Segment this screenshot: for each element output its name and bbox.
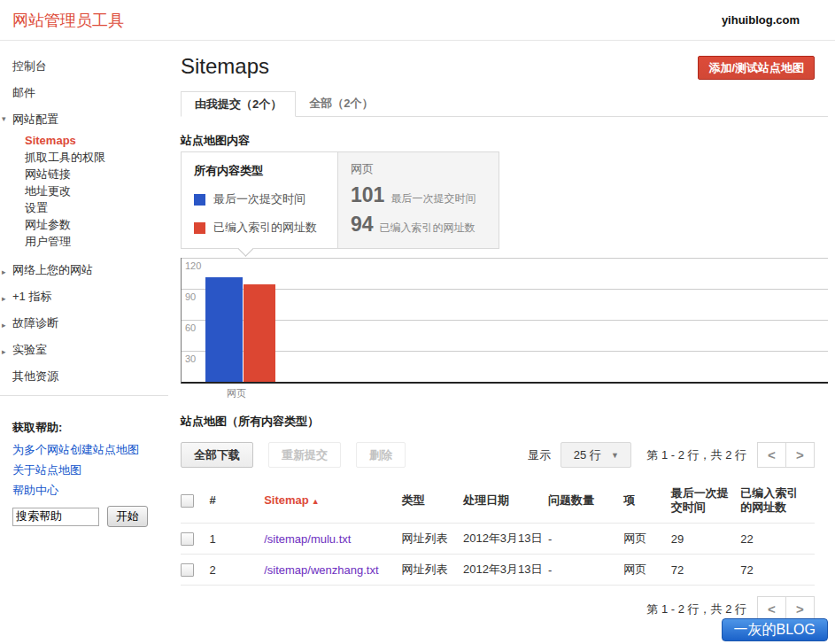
site-domain: yihuiblog.com bbox=[722, 13, 800, 27]
gridline bbox=[182, 289, 828, 290]
table-footer: 第 1 - 2 行，共 2 行 < > bbox=[181, 596, 815, 622]
content-type-panel[interactable]: 所有内容类型 最后一次提交时间 已编入索引的网址数 bbox=[182, 152, 338, 248]
collapsed-arrow-icon: ▸ bbox=[2, 318, 6, 333]
bar-submitted bbox=[205, 277, 243, 382]
sidebar-group-your-site-on-web[interactable]: ▸ 网络上您的网站 bbox=[12, 262, 168, 277]
legend-label: 已编入索引的网址数 bbox=[213, 220, 317, 236]
sidebar-group-label: 故障诊断 bbox=[12, 316, 58, 330]
sitemaps-table-heading: 站点地图（所有内容类型） bbox=[181, 415, 828, 429]
col-header-sitemap-label: Sitemap bbox=[264, 493, 309, 507]
top-header: 网站管理员工具 yihuiblog.com bbox=[0, 0, 835, 41]
tab-all[interactable]: 全部（2个） bbox=[296, 91, 386, 116]
stats-panel-title: 网页 bbox=[351, 161, 499, 177]
col-header-sitemap[interactable]: Sitemap▲ bbox=[264, 478, 401, 524]
row-checkbox[interactable] bbox=[181, 532, 194, 546]
cell-date: 2012年3月13日 bbox=[463, 524, 548, 555]
sidebar-item-change-of-address[interactable]: 地址更改 bbox=[25, 182, 168, 199]
collapsed-arrow-icon: ▸ bbox=[2, 265, 6, 280]
sitemap-content-heading: 站点地图内容 bbox=[181, 134, 828, 148]
sitemap-bar-chart: 120 90 60 30 网页 bbox=[181, 258, 828, 398]
webmaster-tools-page: 网站管理员工具 yihuiblog.com 控制台 邮件 ▾ 网站配置 Site… bbox=[0, 0, 835, 644]
cell-date: 2012年3月13日 bbox=[463, 555, 548, 586]
sort-ascending-icon: ▲ bbox=[312, 497, 320, 506]
help-link-about-sitemaps[interactable]: 关于站点地图 bbox=[12, 464, 168, 477]
col-header-issues: 问题数量 bbox=[548, 478, 623, 524]
gridline bbox=[182, 320, 828, 321]
help-search-go-button[interactable]: 开始 bbox=[107, 506, 148, 527]
sidebar-group-plus-one-metrics[interactable]: ▸ +1 指标 bbox=[12, 289, 168, 304]
sidebar-divider bbox=[0, 395, 168, 396]
x-category-label: 网页 bbox=[227, 387, 246, 400]
blog-watermark-badge: 一灰的BLOG bbox=[722, 618, 828, 641]
sidebar-group-labs[interactable]: ▸ 实验室 bbox=[12, 342, 168, 357]
sidebar-group-label: +1 指标 bbox=[12, 290, 51, 303]
tab-submitted-by-me[interactable]: 由我提交（2个） bbox=[181, 91, 296, 117]
table-header-row: # Sitemap▲ 类型 处理日期 问题数量 项 最后一次提交时间 已编入索引… bbox=[181, 478, 815, 524]
table-row: 2 /sitemap/wenzhang.txt 网址列表 2012年3月13日 … bbox=[181, 555, 815, 586]
content-type-title: 所有内容类型 bbox=[194, 163, 337, 179]
row-number: 2 bbox=[209, 555, 264, 586]
sidebar-item-url-parameters[interactable]: 网址参数 bbox=[25, 216, 168, 233]
app-title: 网站管理员工具 bbox=[12, 10, 124, 31]
gridline bbox=[182, 351, 828, 352]
sitemap-link[interactable]: /sitemap/wenzhang.txt bbox=[264, 563, 378, 577]
sitemaps-table: # Sitemap▲ 类型 处理日期 问题数量 项 最后一次提交时间 已编入索引… bbox=[181, 478, 815, 586]
sidebar-group-site-configuration[interactable]: ▾ 网站配置 bbox=[12, 112, 168, 128]
y-tick-label: 120 bbox=[185, 260, 201, 271]
chart-plot-area: 120 90 60 30 bbox=[181, 258, 828, 384]
col-header-indexed: 已编入索引的网址数 bbox=[740, 478, 815, 524]
cell-submitted: 29 bbox=[671, 524, 740, 555]
y-tick-label: 90 bbox=[185, 291, 196, 302]
col-header-type: 类型 bbox=[402, 478, 463, 524]
next-page-button[interactable]: > bbox=[785, 442, 815, 468]
sidebar-item-dashboard[interactable]: 控制台 bbox=[12, 58, 168, 74]
sidebar-item-crawler-access[interactable]: 抓取工具的权限 bbox=[25, 149, 168, 166]
gridline bbox=[182, 258, 828, 259]
resubmit-button[interactable]: 重新提交 bbox=[268, 442, 341, 468]
row-checkbox[interactable] bbox=[181, 563, 194, 577]
col-header-item: 项 bbox=[623, 478, 670, 524]
col-header-processed-date: 处理日期 bbox=[463, 478, 548, 524]
stat-value: 101 bbox=[351, 183, 384, 206]
main-content: Sitemaps 添加/测试站点地图 由我提交（2个） 全部（2个） 站点地图内… bbox=[168, 41, 835, 622]
sidebar-item-user-management[interactable]: 用户管理 bbox=[25, 233, 168, 250]
sidebar-item-sitemaps[interactable]: Sitemaps bbox=[25, 132, 168, 149]
table-row: 1 /sitemap/mulu.txt 网址列表 2012年3月13日 - 网页… bbox=[181, 524, 815, 555]
expanded-arrow-icon: ▾ bbox=[2, 114, 6, 123]
sidebar-item-sitelinks[interactable]: 网站链接 bbox=[25, 166, 168, 182]
prev-page-button[interactable]: < bbox=[757, 442, 786, 468]
cell-indexed: 22 bbox=[740, 524, 815, 555]
help-search-input[interactable] bbox=[12, 508, 99, 526]
collapsed-arrow-icon: ▸ bbox=[2, 291, 6, 306]
stat-label: 最后一次提交时间 bbox=[390, 191, 475, 206]
row-number: 1 bbox=[209, 524, 264, 555]
legend-swatch-blue-icon bbox=[194, 194, 205, 206]
sidebar-group-label: 网站配置 bbox=[12, 113, 58, 126]
legend-item-indexed: 已编入索引的网址数 bbox=[194, 220, 337, 236]
panel-pointer-icon bbox=[237, 240, 253, 256]
sidebar-group-diagnostics[interactable]: ▸ 故障诊断 bbox=[12, 315, 168, 330]
page-size-dropdown[interactable]: 25 行 ▼ bbox=[561, 442, 631, 468]
sitemap-link[interactable]: /sitemap/mulu.txt bbox=[264, 532, 351, 546]
bar-indexed bbox=[244, 284, 275, 382]
stat-indexed: 94 已编入索引的网址数 bbox=[351, 213, 499, 236]
cell-indexed: 72 bbox=[740, 555, 815, 586]
help-link-create-sitemaps[interactable]: 为多个网站创建站点地图 bbox=[12, 444, 168, 456]
cell-issues: - bbox=[548, 524, 623, 555]
cell-item: 网页 bbox=[623, 524, 670, 555]
cell-type: 网址列表 bbox=[402, 555, 463, 586]
sidebar-item-other-resources[interactable]: 其他资源 bbox=[12, 369, 168, 384]
page-size-value: 25 行 bbox=[574, 447, 601, 463]
sidebar-item-settings[interactable]: 设置 bbox=[25, 199, 168, 216]
cell-issues: - bbox=[548, 555, 623, 586]
legend-item-submitted: 最后一次提交时间 bbox=[194, 191, 337, 207]
select-all-checkbox[interactable] bbox=[181, 494, 194, 508]
delete-button[interactable]: 删除 bbox=[356, 442, 406, 468]
web-pages-stats-panel: 网页 101 最后一次提交时间 94 已编入索引的网址数 bbox=[338, 152, 499, 248]
add-test-sitemap-button[interactable]: 添加/测试站点地图 bbox=[698, 56, 815, 80]
download-all-button[interactable]: 全部下载 bbox=[181, 442, 253, 468]
show-label: 显示 bbox=[528, 447, 551, 463]
sidebar-item-messages[interactable]: 邮件 bbox=[12, 85, 168, 100]
sidebar-group-label: 实验室 bbox=[12, 343, 47, 356]
help-link-help-center[interactable]: 帮助中心 bbox=[12, 485, 168, 497]
